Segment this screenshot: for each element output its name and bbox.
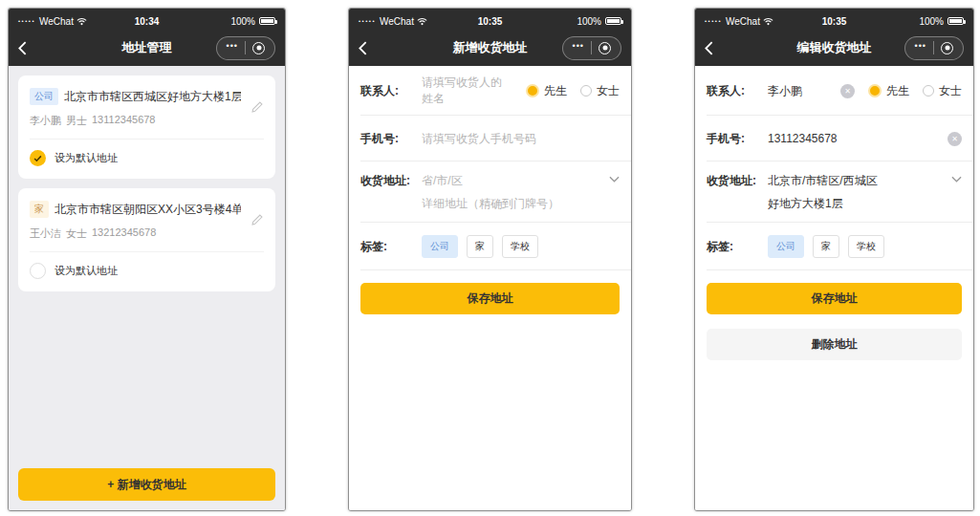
capsule-divider [591, 41, 592, 54]
signal-strength-icon: ••••• [359, 18, 376, 24]
nav-bar: 新增收货地址 ••• [349, 30, 631, 66]
phone-number-input[interactable]: 请填写收货人手机号码 [422, 131, 620, 147]
status-time: 10:35 [478, 16, 503, 27]
back-button[interactable] [705, 41, 720, 55]
page-title: 编辑收货地址 [797, 39, 872, 56]
address-tag-badge: 家 [30, 201, 49, 218]
contact-label: 联系人: [707, 83, 768, 99]
tag-chip-home[interactable]: 家 [813, 235, 839, 258]
close-record-button[interactable] [599, 42, 611, 54]
miniprogram-capsule: ••• [904, 36, 964, 60]
address-tag-badge: 公司 [30, 88, 58, 105]
add-address-button[interactable]: + 新增收货地址 [18, 468, 275, 501]
radio-female[interactable]: 女士 [580, 83, 620, 99]
status-time: 10:34 [135, 16, 160, 27]
tag-chip-school[interactable]: 学校 [848, 235, 884, 258]
phone-new-address: ••••• WeChat 10:35 100% 新增收货地址 ••• 联系人: … [348, 8, 632, 511]
more-button[interactable]: ••• [915, 42, 926, 54]
set-default-row[interactable]: 设为默认地址 [30, 140, 264, 179]
contact-row: 联系人: 请填写收货人的姓名 先生 女士 [349, 66, 631, 116]
contact-gender: 男士 [66, 114, 87, 128]
tags-row: 标签: 公司 家 学校 [695, 223, 973, 270]
battery-icon [605, 17, 621, 25]
tag-chip-home[interactable]: 家 [467, 235, 493, 258]
wifi-icon [76, 17, 87, 26]
tag-chip-company[interactable]: 公司 [768, 235, 804, 258]
contact-label: 联系人: [360, 83, 422, 99]
more-button[interactable]: ••• [227, 42, 238, 54]
save-address-button[interactable]: 保存地址 [707, 283, 962, 314]
radio-unselected-icon [923, 85, 934, 97]
nav-bar: 地址管理 ••• [9, 30, 285, 66]
set-default-label: 设为默认地址 [54, 264, 118, 278]
carrier-label: WeChat [726, 16, 760, 27]
radio-selected-icon [868, 84, 882, 97]
address-text: 北京市市辖区西城区好地方大楼1层 [64, 89, 241, 105]
app-header: ••••• WeChat 10:34 100% 地址管理 ••• [9, 9, 285, 66]
save-address-button[interactable]: 保存地址 [360, 283, 620, 314]
miniprogram-capsule: ••• [562, 36, 621, 60]
tag-chip-school[interactable]: 学校 [502, 235, 538, 258]
close-record-button[interactable] [252, 42, 265, 54]
region-picker[interactable]: 省/市/区 [422, 173, 601, 189]
region-picker[interactable]: 北京市/市辖区/西城区 [768, 173, 944, 189]
radio-male[interactable]: 先生 [526, 83, 567, 99]
contact-phone: 13112345678 [92, 114, 155, 128]
tags-row: 标签: 公司 家 学校 [349, 223, 631, 270]
address-text: 北京市市辖区朝阳区XX小区3号楼4单元... [54, 202, 241, 218]
detail-address-input[interactable]: 详细地址（精确到门牌号） [422, 196, 601, 212]
phone-label: 手机号: [707, 131, 768, 147]
signal-strength-icon: ••••• [705, 18, 722, 24]
detail-address-input[interactable]: 好地方大楼1层 [768, 196, 944, 212]
battery-percent: 100% [577, 16, 601, 27]
status-bar: ••••• WeChat 10:35 100% [695, 9, 973, 30]
radio-selected-icon [526, 84, 539, 97]
contact-name-input[interactable]: 请填写收货人的姓名 [422, 75, 512, 107]
set-default-row[interactable]: 设为默认地址 [30, 252, 264, 291]
address-row: 收货地址: 北京市/市辖区/西城区 好地方大楼1层 [695, 161, 973, 223]
phone-label: 手机号: [360, 131, 422, 147]
delete-address-button[interactable]: 删除地址 [707, 329, 962, 360]
status-time: 10:35 [822, 16, 847, 27]
address-list: 公司 北京市市辖区西城区好地方大楼1层 李小鹏 男士 13112345678 设… [9, 66, 285, 510]
contact-name-input[interactable]: 李小鹏 [768, 83, 833, 99]
address-card: 家 北京市市辖区朝阳区XX小区3号楼4单元... 王小洁 女士 13212345… [18, 188, 275, 291]
default-checkbox-unchecked[interactable] [30, 263, 46, 279]
chevron-down-icon[interactable] [609, 173, 620, 183]
status-bar: ••••• WeChat 10:34 100% [9, 9, 285, 30]
default-checkbox-checked[interactable] [30, 150, 46, 166]
page-title: 新增收货地址 [453, 39, 528, 56]
back-button[interactable] [18, 41, 33, 55]
contact-phone: 13212345678 [92, 226, 156, 241]
close-record-button[interactable] [941, 42, 953, 54]
back-button[interactable] [359, 41, 374, 55]
battery-percent: 100% [919, 16, 944, 27]
address-row: 收货地址: 省/市/区 详细地址（精确到门牌号） [349, 161, 631, 223]
phone-edit-address: ••••• WeChat 10:35 100% 编辑收货地址 ••• 联系人: … [694, 8, 974, 511]
clear-input-icon[interactable]: ✕ [947, 132, 962, 146]
signal-strength-icon: ••••• [18, 18, 35, 24]
edit-address-button[interactable] [250, 213, 264, 226]
tags-label: 标签: [360, 239, 422, 255]
set-default-label: 设为默认地址 [54, 151, 118, 165]
radio-female[interactable]: 女士 [923, 83, 962, 99]
phone-number-input[interactable]: 13112345678 [768, 132, 940, 145]
chevron-down-icon[interactable] [951, 173, 962, 183]
capsule-divider [245, 41, 246, 54]
clear-input-icon[interactable]: ✕ [840, 84, 855, 98]
more-button[interactable]: ••• [573, 42, 584, 54]
tags-label: 标签: [707, 239, 768, 255]
radio-male[interactable]: 先生 [868, 83, 909, 99]
address-form: 联系人: 请填写收货人的姓名 先生 女士 手机号: 请填写收货人手机号码 收货地… [349, 66, 631, 510]
battery-icon [947, 17, 964, 25]
address-form: 联系人: 李小鹏 ✕ 先生 女士 手机号: 13112345678 ✕ 收货地址… [695, 66, 973, 510]
app-header: ••••• WeChat 10:35 100% 新增收货地址 ••• [349, 9, 631, 66]
contact-gender: 女士 [66, 226, 87, 241]
tag-chip-company[interactable]: 公司 [422, 235, 458, 258]
nav-bar: 编辑收货地址 ••• [695, 30, 973, 66]
miniprogram-capsule: ••• [216, 36, 275, 60]
edit-address-button[interactable] [250, 100, 264, 114]
phone-row: 手机号: 13112345678 ✕ [695, 116, 973, 161]
battery-percent: 100% [230, 16, 255, 27]
address-label: 收货地址: [360, 173, 422, 189]
